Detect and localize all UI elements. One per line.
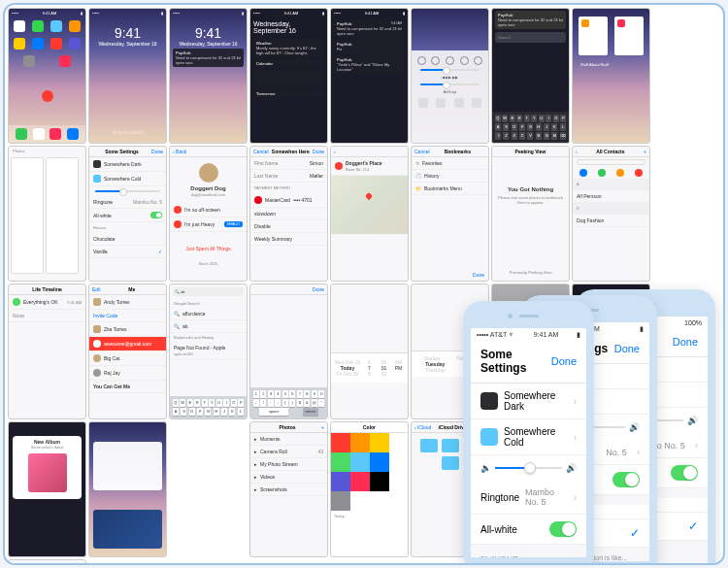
- timeline[interactable]: Life Timeline Everything's OK9:41 AM Non…: [8, 284, 86, 419]
- 3dtouch-actions[interactable]: Trip to Big Water Such nice waterMuch te…: [8, 559, 86, 565]
- form-screen[interactable]: CancelSomewhen HereDone First NameSimon …: [249, 146, 328, 282]
- status-bar: ••••• AT&T ᯤ9:41 AM▮: [471, 328, 586, 342]
- picker[interactable]: Wed Feb 26TodayFri Feb 28 678 000102 AMP…: [330, 284, 409, 419]
- lock-screen[interactable]: •••••▮ 9:41 Wednesday, September 16 slid…: [88, 8, 167, 144]
- notification-center-list[interactable]: •••••9:41 AM▮ PopHub 9:41 AMNeed to comp…: [330, 8, 409, 144]
- home-screen[interactable]: •••••9:41 AM▮: [8, 8, 86, 144]
- inbox[interactable]: EditMe Andy Torres Invite Code Zita Torr…: [88, 284, 167, 419]
- volume-slider[interactable]: 🔈🔊: [471, 455, 586, 481]
- section-header: FLAVOUR: [471, 545, 586, 557]
- dock[interactable]: [9, 125, 85, 143]
- settings-list-mini[interactable]: Some SettingsDone Somewhere Dark Somewhe…: [88, 146, 167, 282]
- keyboard-dark[interactable]: QWERTYUIOP ASDFGHJKL ⇧ZXCVBNM⌫: [492, 112, 569, 143]
- list-item[interactable]: Somewhere Cold›: [471, 419, 586, 455]
- allwhite-row[interactable]: All-white: [471, 515, 586, 545]
- music-card[interactable]: New Album Some artist's latest: [8, 421, 86, 557]
- phone-front: ••••• AT&T ᯤ9:41 AM▮ Some SettingsDone S…: [463, 301, 594, 565]
- photos-sidebar[interactable]: Photos+ ▸Moments ▸Camera Roll43 ▸My Phot…: [249, 421, 328, 557]
- slide-hint[interactable]: slide to unlock: [89, 129, 166, 135]
- volume-slider[interactable]: [420, 84, 480, 85]
- phone-mockups: 100% gsDone › › 🔈🔊 Mambo No. 5› ✓ r sele…: [444, 262, 715, 563]
- spotlight-dark[interactable]: PopHubNeed to compensate for 32 and 23 b…: [491, 8, 570, 144]
- ringtone-row[interactable]: RingtoneMambo No. 5›: [471, 481, 586, 515]
- lock-time: 9:41: [89, 25, 166, 41]
- app-switcher[interactable]: Stuff About Stuff: [572, 8, 650, 144]
- allwhite-toggle[interactable]: [549, 521, 577, 537]
- control-center[interactable]: ◀◀ ▶ ▶▶ AirDrop: [411, 8, 489, 144]
- brightness-slider[interactable]: [420, 69, 480, 71]
- lock-notification[interactable]: •••••▮ 9:41 Wednesday, September 16 PopH…: [169, 8, 248, 144]
- app-switcher-cards[interactable]: Photos: [8, 146, 86, 282]
- contact-detail[interactable]: ‹ Back Doggert Dogdog@woofmail.com I'm s…: [169, 146, 248, 282]
- map-pin-icon: [364, 192, 372, 200]
- color-grid[interactable]: Color Today: [330, 421, 409, 557]
- search-field[interactable]: Search: [495, 32, 566, 43]
- list-item[interactable]: Somewhere Dark: [89, 157, 166, 172]
- done-button[interactable]: Done: [551, 355, 577, 367]
- toggle[interactable]: [671, 465, 698, 481]
- safari-search[interactable]: 🔍 ab Google Search 🔍affordance 🔍ab Bookm…: [169, 284, 248, 419]
- bookmarks-screen[interactable]: CancelBookmarks ☆Favorites 🕐History 📁Boo…: [411, 146, 489, 282]
- map-view[interactable]: [331, 176, 408, 234]
- number-pad[interactable]: Done 1234567890 -/:;()$&@" spacereturn: [249, 284, 328, 419]
- lock-date: Wednesday, September 16: [89, 41, 166, 47]
- list-item[interactable]: Somewhere Dark›: [471, 384, 586, 419]
- keyboard[interactable]: QWERTYUIOP ASDFGHJKL: [170, 396, 247, 418]
- ui-kit-overview: •••••9:41 AM▮ •••••▮ 9:41 Wednesday, Sep…: [3, 3, 725, 565]
- nav-bar: Some SettingsDone: [471, 342, 586, 384]
- notification-center-today[interactable]: •••••9:41 AM▮ Wednesday, September 16 We…: [249, 8, 328, 144]
- toggle[interactable]: [150, 212, 162, 218]
- contacts-index[interactable]: ‹All Contacts+ A Alf Persson D Dog Fashi…: [572, 146, 650, 282]
- done-button[interactable]: Done: [673, 336, 698, 348]
- lock-notif[interactable]: PopHubNeed to compensate for 32 and 23 b…: [173, 49, 244, 67]
- status-bar: •••••9:41 AM▮: [9, 9, 85, 17]
- widget-view[interactable]: [88, 421, 167, 557]
- page-title: Some Settings: [480, 348, 551, 375]
- map-screen[interactable]: ‹ Doggert's PlaceBone Str. 214: [330, 146, 409, 282]
- empty-state: Peeking View You Got NothingPlease visit…: [491, 146, 570, 282]
